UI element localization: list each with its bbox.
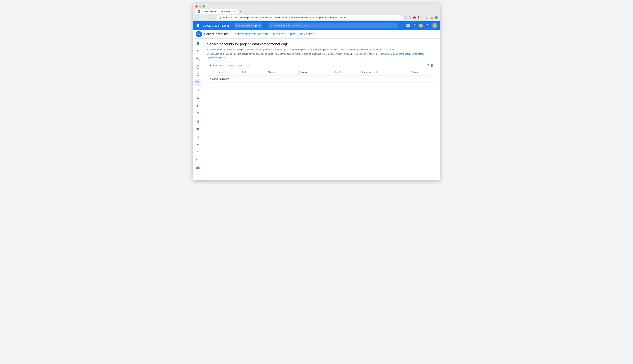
browser-controls [195,5,438,8]
shield-icon[interactable]: 🛡 [421,16,424,19]
project-selector[interactable]: chatwootdemobot-glqf ▾ [234,23,262,28]
home-button[interactable]: ⌂ [212,15,215,20]
sidebar-item-apps[interactable]: ⊞ [194,86,201,94]
actions-column: Actions [408,69,436,76]
gcp-search-bar[interactable]: 🔍 [269,23,398,28]
description-2: Organisation policies can be used to sec… [207,52,436,59]
columns-button[interactable]: ||| [431,64,434,67]
description-column: Description [296,69,332,76]
table-header-row: Email Status Name ↑ Description Key ID K… [207,69,436,76]
status-column: Status [239,69,265,76]
browser-toolbar-right: ⬡ 𝔸 📥 ℹ 🛡 ⛅ ⛰ ☰ [404,16,438,19]
delete-button[interactable]: 🗑 DELETE [272,32,286,36]
browser-titlebar: 🔐 Service accounts – IAM & Admi… × + [193,4,440,14]
help-filter-button[interactable]: ? [427,64,429,67]
url-bar[interactable]: 🔒 https://console.cloud.google.com/iam-a… [216,15,403,20]
filter-row: ⚙ Filter ? ||| [207,62,436,69]
sidebar-collapse-button[interactable]: › [194,172,201,179]
main-layout: 👤 ⊙ 🔧 📋 🖥 🛡 ⊞ 🏷 ▶ ⚙ 🔒 ▦ ⊟ ≡ ◇ 🖵 📦 › Serv… [193,38,440,180]
browser-window: 🔐 Service accounts – IAM & Admi… × + ← →… [193,4,440,180]
sidebar-item-stack[interactable]: ⊟ [194,133,201,140]
table-header: Email Status Name ↑ Description Key ID K… [207,69,436,76]
delete-icon: 🗑 [273,33,275,36]
new-tab-button[interactable]: + [238,9,243,14]
sidebar-item-tools[interactable]: 🔧 [194,56,201,62]
sidebar-item-security[interactable]: 🔒 [194,118,201,125]
sidebar-item-list[interactable]: ≡ [194,141,201,148]
hamburger-icon: ☰ [196,24,199,27]
tab-close-button[interactable]: × [234,10,235,13]
cloud-shell-button[interactable]: ⌨ [405,23,411,28]
sub-header: 🛡 Service accounts + CREATE SERVICE ACCO… [193,30,440,38]
sidebar-item-diamond[interactable]: ◇ [194,149,201,156]
gcp-logo: Google Cloud Platform [203,24,230,27]
select-all-checkbox[interactable] [210,71,212,73]
sort-icon: ↑ [275,71,276,73]
menu-icon[interactable]: ☰ [435,16,438,19]
sidebar-item-tags[interactable]: 🏷 [194,94,201,102]
address-bar-row: ← → ↻ ⌂ 🔒 https://console.cloud.google.c… [193,14,440,21]
empty-row: No rows to display [207,75,436,82]
gcp-header-right: ⌨ ? 1 ⋮ [405,23,437,28]
sync-icon[interactable]: ⛅ [425,16,429,19]
lock-icon: 🔒 [219,16,222,19]
sidebar-item-table[interactable]: ▦ [194,126,201,132]
sidebar-item-shield-active[interactable]: 🛡 [194,79,201,86]
filter-input[interactable] [220,64,426,67]
gcp-header: ☰ Google Cloud Platform chatwootdemobot-… [193,21,440,30]
info-icon[interactable]: ℹ [418,16,419,19]
content-area: Service accounts for project 'chatwootde… [203,38,440,180]
key-creation-date-column: Key creation date [358,69,408,76]
back-button[interactable]: ← [195,15,199,20]
reading-list-icon[interactable]: 𝔸 [409,16,411,19]
forward-button[interactable]: → [201,15,205,20]
search-icon: 🔍 [271,24,273,27]
key-id-column: Key ID [332,69,358,76]
mountain-icon[interactable]: ⛰ [431,16,434,19]
sidebar-item-archive[interactable]: 📦 [194,164,201,171]
help-button[interactable]: ? [413,23,416,28]
filter-right: ? ||| [427,64,434,67]
refresh-button[interactable]: ↻ [207,15,210,20]
minimize-button[interactable] [199,5,201,8]
extensions-icon[interactable]: ⬡ [404,16,407,19]
sidebar-item-desktop[interactable]: 🖵 [194,156,201,164]
search-input[interactable] [275,24,396,27]
active-tab[interactable]: 🔐 Service accounts – IAM & Admi… × [195,9,238,14]
manage-icon: 👥 [290,33,293,36]
sub-header-actions: + CREATE SERVICE ACCOUNT 🗑 DELETE 👥 MANA… [231,32,315,36]
create-service-account-button[interactable]: + CREATE SERVICE ACCOUNT [231,32,269,36]
tab-title: Service accounts – IAM & Admi… [201,10,233,13]
select-all-column [207,69,215,76]
notification-badge[interactable]: 1 [419,24,423,28]
service-account-icon: 🛡 [196,31,202,38]
sidebar-item-arrow[interactable]: ▶ [194,102,201,109]
manage-access-button[interactable]: 👥 MANAGE ACCESS [289,32,315,36]
tab-bar: 🔐 Service accounts – IAM & Admi… × + [195,9,438,14]
content-title: Service accounts for project 'chatwootde… [207,42,436,46]
tab-favicon: 🔐 [198,10,200,13]
pocket-icon[interactable]: 📥 [412,16,416,19]
more-options-button[interactable]: ⋮ [425,23,430,28]
table-body: No rows to display [207,75,436,82]
hamburger-menu-button[interactable]: ☰ [196,23,200,28]
name-column[interactable]: Name ↑ [265,69,296,76]
sidebar-item-iam[interactable]: 👤 [194,40,201,47]
url-text: https://console.cloud.google.com/iam-adm… [223,16,397,19]
sidebar-item-service-accounts[interactable]: ⊙ [194,48,201,55]
user-avatar[interactable] [432,23,437,28]
service-accounts-table: Email Status Name ↑ Description Key ID K… [207,69,436,82]
close-button[interactable] [195,5,198,8]
project-name: chatwootdemobot-glqf [236,24,258,27]
bookmark-icon[interactable]: ☆ [398,16,400,19]
description-1: A service account represents a Google Cl… [207,48,436,51]
sidebar: 👤 ⊙ 🔧 📋 🖥 🛡 ⊞ 🏷 ▶ ⚙ 🔒 ▦ ⊟ ≡ ◇ 🖵 📦 › [193,38,203,180]
learn-more-link-1[interactable]: Learn more about service accounts. [361,48,395,51]
page-title: Service accounts [204,32,228,36]
maximize-button[interactable] [203,5,205,8]
empty-message: No rows to display [207,75,436,82]
sidebar-item-monitor[interactable]: 🖥 [194,71,201,78]
email-column: Email [215,69,239,76]
sidebar-item-settings[interactable]: ⚙ [194,110,201,117]
sidebar-item-audit-logs[interactable]: 📋 [194,63,201,70]
